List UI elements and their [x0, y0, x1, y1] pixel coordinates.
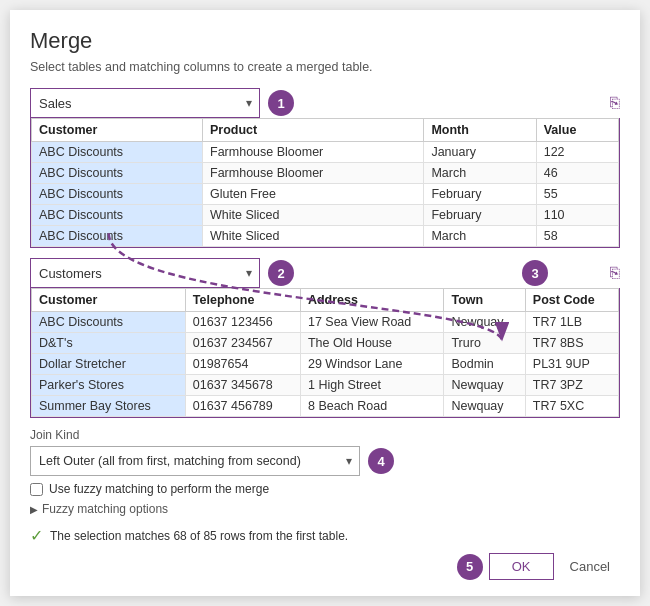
table2-dropdown[interactable]: Customers [30, 258, 260, 288]
table1-dropdown-wrap[interactable]: Sales [30, 88, 260, 118]
table1-wrapper: Customer Product Month Value ABC Discoun… [30, 118, 620, 248]
tables-area: Sales 1 ⎘ Customer Product Month Value [30, 88, 620, 418]
data-cell[interactable]: March [424, 163, 536, 184]
data-cell[interactable]: White Sliced [203, 205, 424, 226]
fuzzy-label: Use fuzzy matching to perform the merge [49, 482, 269, 496]
data-cell[interactable]: 01637 234567 [185, 333, 300, 354]
join-dropdown[interactable]: Left Outer (all from first, matching fro… [30, 446, 360, 476]
data-cell[interactable]: 46 [536, 163, 618, 184]
copy-icon-1[interactable]: ⎘ [610, 94, 620, 112]
customer-cell[interactable]: Dollar Stretcher [32, 354, 186, 375]
fuzzy-checkbox[interactable] [30, 483, 43, 496]
merge-dialog: Merge Select tables and matching columns… [10, 10, 640, 596]
data-cell[interactable]: 01637 345678 [185, 375, 300, 396]
data-cell[interactable]: February [424, 184, 536, 205]
data-cell[interactable]: 29 Windsor Lane [300, 354, 443, 375]
data-cell[interactable]: TR7 1LB [525, 312, 618, 333]
table-row[interactable]: ABC DiscountsFarmhouse BloomerMarch46 [32, 163, 619, 184]
table-row[interactable]: ABC DiscountsGluten FreeFebruary55 [32, 184, 619, 205]
table-row[interactable]: ABC DiscountsFarmhouse BloomerJanuary122 [32, 142, 619, 163]
expand-icon[interactable]: ▶ [30, 504, 38, 515]
badge-5: 5 [457, 554, 483, 580]
table2-section: Customers 2 3 ⎘ Customer Telephone Addre… [30, 258, 620, 418]
col-value[interactable]: Value [536, 119, 618, 142]
data-cell[interactable]: The Old House [300, 333, 443, 354]
customer-cell[interactable]: ABC Discounts [32, 205, 203, 226]
data-cell[interactable]: January [424, 142, 536, 163]
data-cell[interactable]: Newquay [444, 396, 525, 417]
customer-cell[interactable]: Parker's Stores [32, 375, 186, 396]
data-cell[interactable]: 55 [536, 184, 618, 205]
dialog-title: Merge [30, 28, 620, 54]
data-cell[interactable]: 01637 123456 [185, 312, 300, 333]
data-cell[interactable]: 58 [536, 226, 618, 247]
data-cell[interactable]: TR7 3PZ [525, 375, 618, 396]
data-cell[interactable]: Newquay [444, 312, 525, 333]
col-customer-2[interactable]: Customer [32, 289, 186, 312]
data-cell[interactable]: Truro [444, 333, 525, 354]
table-row[interactable]: Dollar Stretcher0198765429 Windsor LaneB… [32, 354, 619, 375]
table2-dropdown-wrap[interactable]: Customers [30, 258, 260, 288]
data-cell[interactable]: 122 [536, 142, 618, 163]
fuzzy-options-label: Fuzzy matching options [42, 502, 168, 516]
table-row[interactable]: ABC Discounts01637 12345617 Sea View Roa… [32, 312, 619, 333]
badge-2: 2 [268, 260, 294, 286]
customer-cell[interactable]: ABC Discounts [32, 142, 203, 163]
table-row[interactable]: Parker's Stores01637 3456781 High Street… [32, 375, 619, 396]
table1-section: Sales 1 ⎘ Customer Product Month Value [30, 88, 620, 248]
data-cell[interactable]: Farmhouse Bloomer [203, 142, 424, 163]
data-cell[interactable]: Bodmin [444, 354, 525, 375]
table1: Customer Product Month Value ABC Discoun… [31, 118, 619, 247]
table-row[interactable]: D&T's01637 234567The Old HouseTruroTR7 8… [32, 333, 619, 354]
data-cell[interactable]: 110 [536, 205, 618, 226]
table2-header-row: Customers 2 3 ⎘ [30, 258, 620, 288]
col-telephone[interactable]: Telephone [185, 289, 300, 312]
data-cell[interactable]: 8 Beach Road [300, 396, 443, 417]
table-row[interactable]: ABC DiscountsWhite SlicedMarch58 [32, 226, 619, 247]
col-postcode[interactable]: Post Code [525, 289, 618, 312]
table2-wrapper: Customer Telephone Address Town Post Cod… [30, 288, 620, 418]
data-cell[interactable]: White Sliced [203, 226, 424, 247]
data-cell[interactable]: 17 Sea View Road [300, 312, 443, 333]
customer-cell[interactable]: D&T's [32, 333, 186, 354]
customer-cell[interactable]: Summer Bay Stores [32, 396, 186, 417]
data-cell[interactable]: February [424, 205, 536, 226]
data-cell[interactable]: March [424, 226, 536, 247]
data-cell[interactable]: PL31 9UP [525, 354, 618, 375]
data-cell[interactable]: TR7 5XC [525, 396, 618, 417]
data-cell[interactable]: 01637 456789 [185, 396, 300, 417]
join-label: Join Kind [30, 428, 620, 442]
dialog-subtitle: Select tables and matching columns to cr… [30, 60, 620, 74]
table-row[interactable]: ABC DiscountsWhite SlicedFebruary110 [32, 205, 619, 226]
copy-icon-2[interactable]: ⎘ [610, 264, 620, 282]
table-row[interactable]: Summer Bay Stores01637 4567898 Beach Roa… [32, 396, 619, 417]
data-cell[interactable]: 1 High Street [300, 375, 443, 396]
col-month[interactable]: Month [424, 119, 536, 142]
customer-cell[interactable]: ABC Discounts [32, 226, 203, 247]
table2-header: Customer Telephone Address Town Post Cod… [32, 289, 619, 312]
ok-button[interactable]: OK [489, 553, 554, 580]
fuzzy-options[interactable]: ▶ Fuzzy matching options [30, 502, 620, 516]
customer-cell[interactable]: ABC Discounts [32, 163, 203, 184]
table1-dropdown[interactable]: Sales [30, 88, 260, 118]
col-address[interactable]: Address [300, 289, 443, 312]
customer-cell[interactable]: ABC Discounts [32, 184, 203, 205]
join-section: Join Kind Left Outer (all from first, ma… [30, 428, 620, 476]
data-cell[interactable]: Gluten Free [203, 184, 424, 205]
status-row: ✓ The selection matches 68 of 85 rows fr… [30, 526, 620, 545]
cancel-button[interactable]: Cancel [560, 554, 620, 579]
badge-1: 1 [268, 90, 294, 116]
col-product[interactable]: Product [203, 119, 424, 142]
join-dropdown-wrap: Left Outer (all from first, matching fro… [30, 446, 620, 476]
col-customer-1[interactable]: Customer [32, 119, 203, 142]
data-cell[interactable]: Farmhouse Bloomer [203, 163, 424, 184]
col-town[interactable]: Town [444, 289, 525, 312]
join-dropdown-container[interactable]: Left Outer (all from first, matching fro… [30, 446, 360, 476]
data-cell[interactable]: Newquay [444, 375, 525, 396]
data-cell[interactable]: 01987654 [185, 354, 300, 375]
table2: Customer Telephone Address Town Post Cod… [31, 288, 619, 417]
customer-cell[interactable]: ABC Discounts [32, 312, 186, 333]
data-cell[interactable]: TR7 8BS [525, 333, 618, 354]
button-row: 5 OK Cancel [30, 553, 620, 580]
status-text: The selection matches 68 of 85 rows from… [50, 529, 620, 543]
